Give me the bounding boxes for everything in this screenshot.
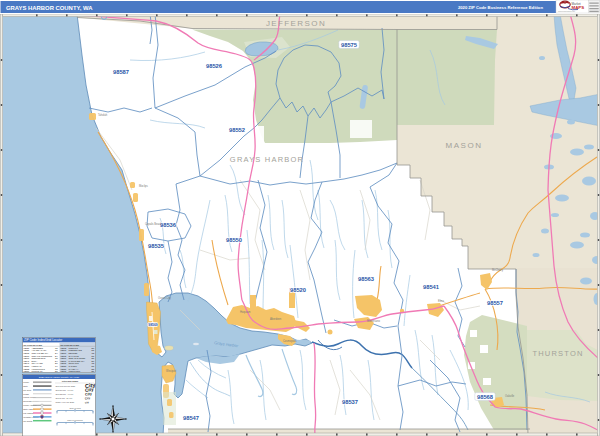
svg-text:Hoquiam: Hoquiam (240, 310, 250, 314)
svg-text:Montesano: Montesano (367, 319, 380, 323)
svg-text:JEFFERSON: JEFFERSON (266, 19, 326, 28)
svg-text:98557: 98557 (24, 370, 31, 372)
svg-text:98526: 98526 (206, 63, 223, 69)
svg-text:Toll Roads: Toll Roads (23, 420, 32, 422)
svg-text:98536: 98536 (160, 222, 177, 228)
svg-text:County: County (23, 381, 29, 383)
svg-text:ZIP Code Index/Grid Locator: ZIP Code Index/Grid Locator (24, 338, 62, 342)
svg-text:Taholah: Taholah (98, 113, 108, 117)
svg-text:98563: 98563 (358, 276, 375, 282)
svg-text:MASON: MASON (446, 141, 483, 150)
svg-text:98547: 98547 (183, 415, 199, 421)
svg-text:WESTPORT: WESTPORT (69, 370, 81, 372)
svg-text:Moclips: Moclips (139, 184, 148, 188)
svg-text:www.marketmaps.com: www.marketmaps.com (558, 10, 576, 12)
svg-text:Elma: Elma (438, 299, 444, 303)
svg-text:98569: 98569 (148, 323, 158, 327)
svg-text:98595: 98595 (61, 370, 68, 372)
svg-text:98587: 98587 (113, 69, 129, 75)
svg-text:2020 ZIP Code Business Referen: 2020 ZIP Code Business Reference Edition (458, 5, 544, 10)
svg-text:98557: 98557 (487, 300, 503, 306)
svg-text:Cosmopolis: Cosmopolis (283, 339, 297, 343)
svg-text:ZIP CODE ZIP NAME: ZIP CODE ZIP NAME (61, 344, 80, 346)
svg-text:GRAYS HARBOR: GRAYS HARBOR (230, 155, 304, 164)
svg-text:Copalis Beach: Copalis Beach (145, 222, 162, 226)
svg-text:McCleary: McCleary (492, 268, 504, 272)
svg-text:Westport: Westport (166, 369, 177, 373)
svg-text:98535: 98535 (148, 243, 165, 249)
svg-text:98568: 98568 (477, 394, 494, 400)
svg-text:Cities and Towns: Cities and Towns (62, 380, 79, 382)
svg-text:THURSTON: THURSTON (532, 349, 583, 358)
svg-text:Oakville: Oakville (505, 394, 515, 398)
svg-text:Scale of Kilometers: Scale of Kilometers (67, 419, 83, 421)
svg-text:MCCLEARY: MCCLEARY (32, 370, 44, 372)
svg-text:2020 Grays Harbor County, WA M: 2020 Grays Harbor County, WA Map (39, 376, 80, 379)
svg-text:Roads: Roads (23, 393, 29, 395)
svg-text:98520: 98520 (290, 287, 306, 293)
svg-text:98575: 98575 (341, 42, 358, 48)
svg-text:98550: 98550 (226, 237, 242, 243)
svg-text:Ocean City: Ocean City (158, 296, 172, 300)
svg-text:Aberdeen: Aberdeen (270, 317, 282, 321)
svg-text:ZIP Code: ZIP Code (23, 389, 31, 391)
svg-text:98541: 98541 (423, 284, 440, 290)
svg-text:98537: 98537 (342, 399, 358, 405)
svg-text:98552: 98552 (229, 127, 245, 133)
svg-text:State: State (23, 385, 27, 387)
svg-text:US Highway: US Highway (23, 412, 33, 414)
svg-text:ZIP CODE ZIP NAME: ZIP CODE ZIP NAME (24, 344, 43, 346)
svg-text:GRAYS HARBOR COUNTY, WA: GRAYS HARBOR COUNTY, WA (6, 5, 93, 11)
svg-text:Scale of Miles: Scale of Miles (69, 407, 80, 409)
